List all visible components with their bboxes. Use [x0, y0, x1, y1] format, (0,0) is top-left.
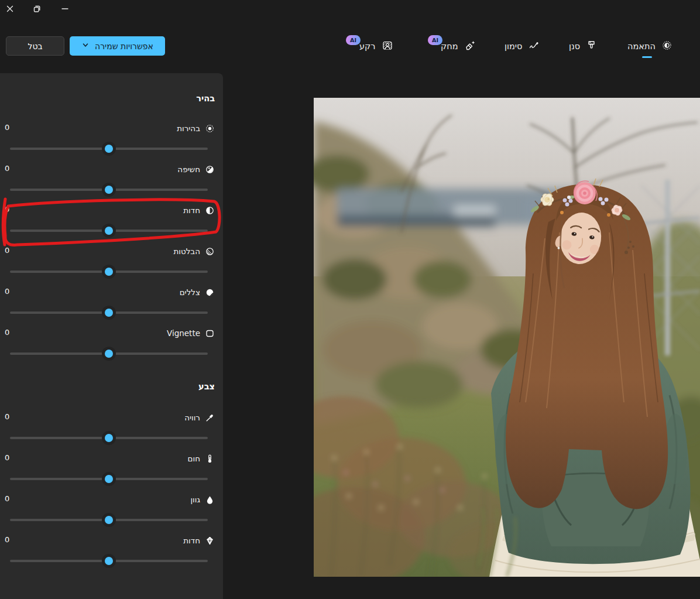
tab-background-label: רקע [359, 42, 376, 51]
slider-thumb[interactable] [102, 554, 116, 568]
tab-erase[interactable]: מחק [441, 37, 476, 55]
minimize-icon [60, 4, 70, 16]
tab-erase-label: מחק [441, 42, 458, 51]
slider-label: רוויה [184, 413, 200, 422]
sharpness-slider[interactable] [10, 555, 208, 567]
slider-label: Vignette [167, 328, 200, 338]
photos-app-editor: { "accent_color": "#4cc2ff", "annotation… [0, 0, 700, 599]
slider-row-brightness: 0 בהירות [0, 122, 223, 156]
saturation-icon [205, 413, 215, 423]
section-title-color: צבע [198, 382, 215, 391]
ai-badge-erase: AI [428, 35, 442, 45]
tab-adjustment[interactable]: התאמה [627, 37, 672, 55]
slider-row-highlights: 0 הבלטות [0, 245, 223, 279]
close-icon [5, 4, 15, 16]
slider-row-vignette: 0 Vignette [0, 327, 223, 361]
slider-label: חדות [183, 206, 200, 215]
slider-label: גוון [190, 495, 200, 504]
brightness-adjust-icon [661, 40, 672, 53]
close-button[interactable] [5, 5, 15, 15]
photo-canvas[interactable] [314, 98, 700, 577]
cancel-button-label: בטל [28, 42, 42, 51]
eraser-icon [464, 40, 476, 53]
slider-thumb[interactable] [102, 265, 116, 279]
slider-label: בהירות [177, 124, 200, 133]
exposure-slider[interactable] [10, 184, 208, 196]
photo-girl-flower-crown [314, 98, 700, 577]
slider-row-shadows: 0 צללים [0, 286, 223, 320]
slider-row-saturation: 0 רוויה [0, 411, 223, 445]
vignette-slider[interactable] [10, 348, 208, 360]
slider-thumb[interactable] [102, 347, 116, 361]
slider-thumb[interactable] [102, 513, 116, 527]
tab-background[interactable]: רקע [359, 37, 393, 55]
vignette-icon [205, 328, 215, 338]
exposure-icon [205, 165, 215, 174]
active-tab-indicator [642, 56, 652, 58]
slider-value: 0 [5, 412, 9, 421]
slider-label: הבלטות [173, 247, 200, 256]
saturation-slider[interactable] [10, 432, 208, 444]
cancel-button[interactable]: בטל [6, 36, 64, 56]
restore-icon [32, 4, 42, 16]
background-person-icon [382, 40, 393, 53]
brightness-slider[interactable] [10, 143, 208, 155]
slider-label: צללים [180, 287, 200, 297]
slider-value: 0 [5, 123, 9, 132]
slider-thumb[interactable] [102, 431, 116, 445]
slider-value: 0 [5, 328, 9, 337]
warmth-icon [205, 454, 215, 464]
slider-row-contrast: 0 חדות [0, 204, 223, 238]
slider-thumb[interactable] [102, 224, 116, 238]
slider-thumb[interactable] [102, 183, 116, 197]
tab-filter-label: סנן [569, 42, 580, 51]
tab-adjustment-label: התאמה [627, 42, 656, 51]
ai-badge-background: AI [346, 35, 361, 45]
slider-value: 0 [5, 535, 9, 544]
chevron-down-icon [81, 41, 90, 51]
slider-thumb[interactable] [102, 142, 116, 156]
slider-label: חשיפה [177, 165, 200, 174]
slider-label: חום [188, 454, 200, 463]
tab-filter[interactable]: סנן [569, 37, 597, 55]
brightness-icon [205, 124, 215, 134]
slider-row-warmth: 0 חום [0, 452, 223, 486]
contrast-icon [205, 206, 215, 215]
warmth-slider[interactable] [10, 473, 208, 485]
slider-value: 0 [5, 205, 9, 214]
tint-slider[interactable] [10, 514, 208, 526]
section-title-light: בהיר [196, 94, 215, 103]
pen-icon [528, 40, 540, 53]
shadows-slider[interactable] [10, 307, 208, 319]
minimize-button[interactable] [60, 5, 70, 15]
tab-markup-label: סימון [505, 42, 522, 51]
filter-brush-icon [586, 40, 597, 53]
adjustments-panel: בהיר 0 בהירות 0 חשיפה [0, 73, 223, 599]
slider-label: חדות [183, 536, 200, 545]
restore-button[interactable] [32, 5, 42, 15]
slider-thumb[interactable] [102, 306, 116, 320]
slider-value: 0 [5, 494, 9, 503]
shadows-icon [205, 287, 215, 297]
contrast-slider[interactable] [10, 225, 208, 237]
slider-thumb[interactable] [102, 472, 116, 486]
save-options-button[interactable]: אפשרויות שמירה [70, 36, 165, 56]
tint-icon [205, 495, 215, 505]
tab-markup[interactable]: סימון [505, 37, 540, 55]
slider-value: 0 [5, 164, 9, 173]
sharpness-icon [205, 536, 215, 546]
slider-row-tint: 0 גוון [0, 493, 223, 527]
highlights-icon [205, 247, 215, 256]
slider-value: 0 [5, 453, 9, 462]
slider-row-sharpness: 0 חדות [0, 534, 223, 568]
slider-value: 0 [5, 287, 9, 296]
slider-row-exposure: 0 חשיפה [0, 163, 223, 197]
slider-value: 0 [5, 246, 9, 255]
highlights-slider[interactable] [10, 266, 208, 278]
save-options-label: אפשרויות שמירה [95, 42, 153, 51]
